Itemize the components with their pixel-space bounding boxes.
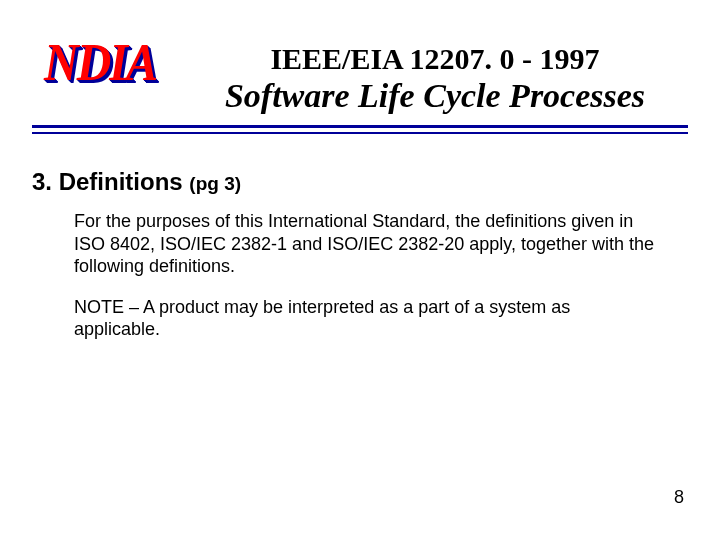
slide: NDIA IEEE/EIA 12207. 0 - 1997 Software L… bbox=[0, 0, 720, 540]
body-paragraph-2: NOTE – A product may be interpreted as a… bbox=[74, 296, 660, 341]
title-line-2: Software Life Cycle Processes bbox=[190, 77, 680, 114]
section-heading-main: 3. Definitions bbox=[32, 168, 189, 195]
section-heading: 3. Definitions (pg 3) bbox=[32, 168, 241, 196]
divider-top-thick bbox=[32, 125, 688, 128]
title-line-1: IEEE/EIA 12207. 0 - 1997 bbox=[190, 42, 680, 75]
body-text: For the purposes of this International S… bbox=[74, 210, 660, 359]
ndia-logo: NDIA bbox=[44, 31, 156, 92]
divider-top-thin bbox=[32, 132, 688, 134]
page-number: 8 bbox=[674, 487, 684, 508]
body-paragraph-1: For the purposes of this International S… bbox=[74, 210, 660, 278]
title-block: IEEE/EIA 12207. 0 - 1997 Software Life C… bbox=[190, 42, 680, 114]
section-heading-page: (pg 3) bbox=[189, 173, 241, 194]
